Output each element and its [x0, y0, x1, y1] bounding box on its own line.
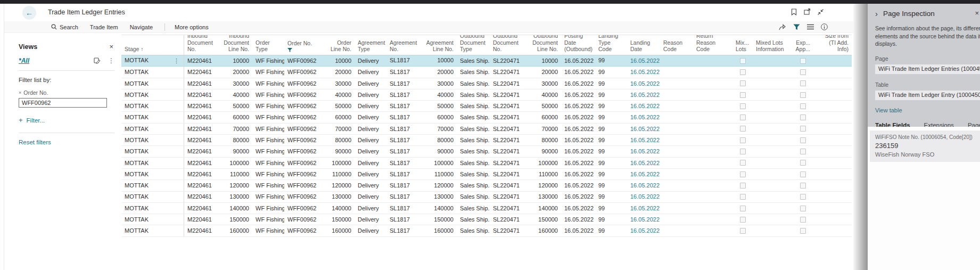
cell-stage[interactable]: MOTTAK: [121, 124, 184, 134]
cell-agreement-no[interactable]: SL1817: [386, 214, 421, 225]
cell-inbound-document-no[interactable]: M220461: [184, 78, 223, 89]
mix-lots-checkbox[interactable]: [740, 194, 746, 200]
cell-inbound-document-line-no[interactable]: 160000: [223, 225, 252, 236]
cell-exp-app[interactable]: [792, 169, 813, 179]
cell-mix-lots[interactable]: [732, 158, 753, 168]
cell-outbound-document-line-no[interactable]: 90000: [525, 146, 561, 157]
add-filter-button[interactable]: + Filter...: [19, 116, 114, 124]
cell-landing-type-code[interactable]: 99: [595, 192, 627, 202]
exp-app-checkbox[interactable]: [800, 183, 806, 189]
cell-order-type[interactable]: WF Fishing ...: [252, 89, 284, 100]
tab-table-fields[interactable]: Table Fields: [875, 122, 910, 127]
cell-agreement-line-no[interactable]: 140000: [421, 203, 457, 214]
cell-exp-app[interactable]: [792, 124, 813, 134]
cell-outbound-document-no[interactable]: SL220471: [490, 67, 525, 77]
cell-landing-type-code[interactable]: 99: [595, 146, 627, 157]
cell-reason-code[interactable]: [660, 89, 693, 100]
mix-lots-checkbox[interactable]: [740, 149, 746, 154]
cell-order-no[interactable]: WFF00962: [284, 55, 323, 66]
cell-inbound-document-line-no[interactable]: 100000: [223, 158, 252, 168]
exp-app-checkbox[interactable]: [800, 80, 806, 86]
cell-inbound-document-line-no[interactable]: 50000: [223, 101, 252, 111]
cell-outbound-document-line-no[interactable]: 20000: [525, 67, 561, 77]
cell-order-line-no[interactable]: 100000: [323, 158, 355, 168]
cell-landing-date[interactable]: 16.05.2022: [627, 158, 660, 168]
cell-outbound-document-type[interactable]: Sales Ship...: [457, 169, 490, 179]
cell-order-no[interactable]: WFF00962: [284, 101, 323, 111]
cell-outbound-document-type[interactable]: Sales Ship...: [457, 78, 490, 89]
cell-landing-type-code[interactable]: 99: [595, 112, 627, 122]
cell-order-no[interactable]: WFF00962: [284, 89, 323, 100]
exp-app-checkbox[interactable]: [800, 103, 806, 109]
cell-mix-lots[interactable]: [732, 169, 753, 179]
view-all-link[interactable]: *All: [19, 57, 29, 64]
exp-app-checkbox[interactable]: [800, 92, 806, 98]
cell-mixed-lots-information[interactable]: [753, 135, 792, 145]
cell-inbound-document-line-no[interactable]: 130000: [223, 192, 252, 202]
cell-size-from-ti-add-info[interactable]: [813, 214, 852, 225]
cell-return-reason-code[interactable]: [693, 135, 732, 145]
cell-agreement-line-no[interactable]: 40000: [421, 89, 457, 100]
cell-exp-app[interactable]: [792, 112, 813, 122]
cell-outbound-document-type[interactable]: Sales Ship...: [457, 214, 490, 225]
panel-close-icon[interactable]: ×: [975, 9, 979, 17]
cell-agreement-type[interactable]: Delivery: [355, 135, 386, 145]
cell-exp-app[interactable]: [792, 55, 813, 66]
col-header-outbound-document-no[interactable]: Outbound Document No.: [490, 35, 525, 55]
cell-agreement-line-no[interactable]: 70000: [421, 124, 457, 134]
cell-outbound-document-line-no[interactable]: 50000: [525, 101, 561, 111]
cell-size-from-ti-add-info[interactable]: [813, 112, 852, 122]
cell-exp-app[interactable]: [792, 101, 813, 111]
table-row[interactable]: MOTTAKM22046130000WF Fishing ...WFF00962…: [121, 78, 852, 89]
mix-lots-checkbox[interactable]: [740, 137, 746, 143]
cell-order-line-no[interactable]: 60000: [323, 112, 355, 122]
trade-item-menu[interactable]: Trade Item: [90, 24, 118, 30]
cell-order-type[interactable]: WF Fishing ...: [252, 135, 284, 145]
cell-landing-date[interactable]: 16.05.2022: [627, 192, 660, 202]
cell-inbound-document-line-no[interactable]: 40000: [223, 89, 252, 100]
cell-agreement-line-no[interactable]: 10000: [421, 55, 457, 66]
cell-size-from-ti-add-info[interactable]: [813, 124, 852, 134]
table-row[interactable]: MOTTAKM220461140000WF Fishing ...WFF0096…: [121, 203, 852, 214]
cell-outbound-document-no[interactable]: SL220471: [490, 55, 525, 66]
cell-outbound-document-line-no[interactable]: 40000: [525, 89, 561, 100]
cell-exp-app[interactable]: [792, 158, 813, 168]
mix-lots-checkbox[interactable]: [740, 160, 746, 166]
cell-agreement-line-no[interactable]: 20000: [421, 67, 457, 77]
cell-landing-date[interactable]: 16.05.2022: [627, 55, 660, 66]
cell-mix-lots[interactable]: [732, 78, 753, 89]
cell-posting-date-outbound[interactable]: 16.05.2022: [561, 146, 595, 157]
save-view-icon[interactable]: [94, 58, 101, 64]
table-row[interactable]: MOTTAKM220461110000WF Fishing ...WFF0096…: [121, 169, 852, 180]
view-table-link[interactable]: View table: [875, 107, 902, 113]
mix-lots-checkbox[interactable]: [740, 114, 746, 120]
cell-agreement-no[interactable]: SL1817: [386, 112, 421, 122]
row-context-menu-icon[interactable]: ⋮: [172, 55, 180, 66]
cell-posting-date-outbound[interactable]: 16.05.2022: [561, 67, 595, 77]
cell-return-reason-code[interactable]: [693, 214, 732, 225]
cell-agreement-line-no[interactable]: 50000: [421, 101, 457, 111]
table-row[interactable]: MOTTAKM220461120000WF Fishing ...WFF0096…: [121, 180, 852, 191]
cell-mix-lots[interactable]: [732, 101, 753, 111]
cell-outbound-document-line-no[interactable]: 150000: [525, 214, 561, 225]
cell-agreement-type[interactable]: Delivery: [355, 169, 386, 179]
cell-mixed-lots-information[interactable]: [753, 192, 792, 202]
cell-stage[interactable]: MOTTAK: [121, 78, 184, 89]
cell-order-no[interactable]: WFF00962: [284, 203, 323, 214]
cell-return-reason-code[interactable]: [693, 146, 732, 157]
share-icon[interactable]: [779, 23, 786, 31]
cell-outbound-document-line-no[interactable]: 100000: [525, 158, 561, 168]
cell-order-type[interactable]: WF Fishing ...: [252, 146, 284, 157]
cell-reason-code[interactable]: [660, 67, 693, 77]
cell-inbound-document-no[interactable]: M220461: [184, 203, 223, 214]
cell-outbound-document-line-no[interactable]: 120000: [525, 180, 561, 191]
col-header-stage[interactable]: Stage ↑: [121, 35, 184, 55]
cell-order-line-no[interactable]: 20000: [323, 67, 355, 77]
cell-order-type[interactable]: WF Fishing ...: [252, 214, 284, 225]
table-row[interactable]: MOTTAKM22046180000WF Fishing ...WFF00962…: [121, 135, 852, 146]
cell-inbound-document-no[interactable]: M220461: [184, 169, 223, 179]
cell-outbound-document-type[interactable]: Sales Ship...: [457, 67, 490, 77]
cell-order-type[interactable]: WF Fishing ...: [252, 180, 284, 191]
cell-order-line-no[interactable]: 80000: [323, 135, 355, 145]
cell-exp-app[interactable]: [792, 192, 813, 202]
